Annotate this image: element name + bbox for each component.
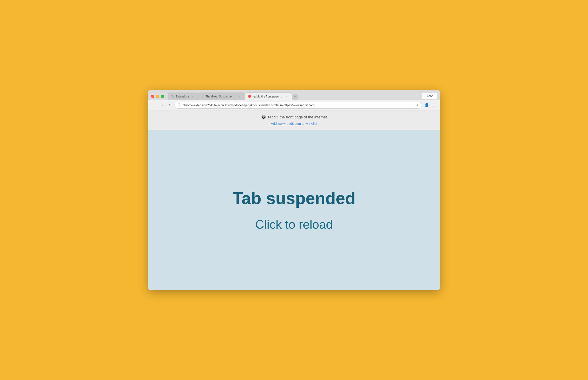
browser-window: 🔧 Extensions × ⏸ The Great Suspender - C… [148,90,440,290]
suspended-page-title-row: 👽 reddit: the front page of the internet [261,115,327,120]
reddit-alien-icon: 👽 [261,115,266,120]
tab-reddit[interactable]: 🔴 reddit: the front page of th… × [245,93,292,100]
nav-bar: ← → ↻ 📄 ★ 👤 ☰ [148,100,440,110]
address-input[interactable] [183,103,414,107]
bookmark-star-icon[interactable]: ★ [415,103,419,107]
great-suspender-tab-icon: ⏸ [201,95,204,98]
maximize-button[interactable] [161,95,164,98]
title-bar-top: 🔧 Extensions × ⏸ The Great Suspender - C… [148,90,440,100]
profile-button[interactable]: 👤 [423,102,430,108]
close-button[interactable] [151,95,154,98]
menu-button[interactable]: ☰ [431,102,437,108]
back-button[interactable]: ← [151,102,157,108]
reddit-tab-close[interactable]: × [285,95,289,98]
tab-suspended-heading: Tab suspended [233,189,356,208]
minimize-button[interactable] [156,95,159,98]
reddit-tab-icon: 🔴 [248,95,251,98]
clean-button[interactable]: Clean [422,93,437,99]
click-to-reload-text: Click to reload [255,217,333,231]
new-tab-button[interactable]: + [292,94,298,100]
suspended-page-title-text: reddit: the front page of the internet [268,115,327,119]
forward-button[interactable]: → [158,102,165,108]
tab-extensions[interactable]: 🔧 Extensions × [168,93,198,100]
great-suspender-tab-label: The Great Suspender - Ch… [206,95,237,98]
reload-button[interactable]: ↻ [167,102,173,108]
page-icon: 📄 [178,103,181,107]
extensions-tab-label: Extensions [176,95,190,98]
whitelist-link[interactable]: Add www.reddit.com to whitelist [271,122,317,126]
address-bar[interactable]: 📄 ★ [174,102,422,109]
extensions-tab-close[interactable]: × [191,95,195,98]
traffic-lights [151,95,164,98]
reddit-tab-label: reddit: the front page of th… [253,95,284,98]
tab-great-suspender[interactable]: ⏸ The Great Suspender - Ch… × [198,93,245,100]
great-suspender-tab-close[interactable]: × [238,95,242,98]
title-bar: 🔧 Extensions × ⏸ The Great Suspender - C… [148,90,440,110]
nav-right-controls: 👤 ☰ [423,102,437,108]
extensions-tab-icon: 🔧 [171,95,174,98]
suspended-content[interactable]: Tab suspended Click to reload [148,130,440,290]
suspended-header: 👽 reddit: the front page of the internet… [148,110,440,130]
tab-list: 🔧 Extensions × ⏸ The Great Suspender - C… [168,93,420,100]
